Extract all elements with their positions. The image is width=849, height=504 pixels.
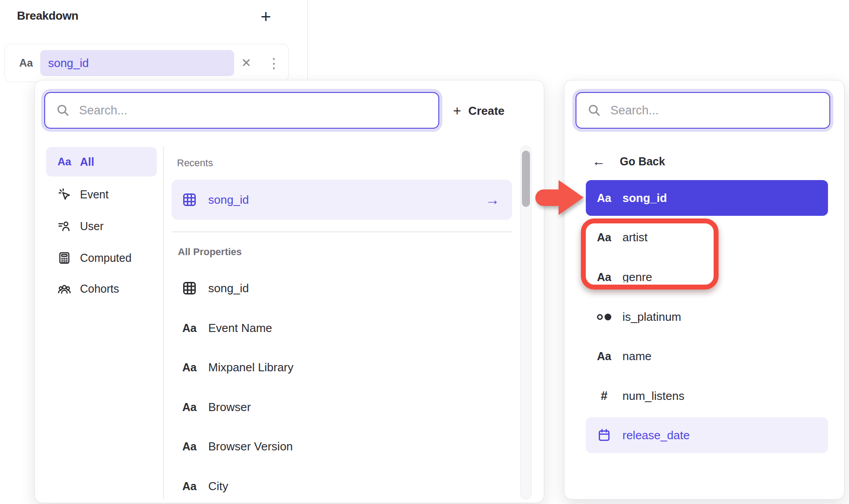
item-is-platinum[interactable]: is_platinum xyxy=(586,299,828,335)
right-search-box xyxy=(576,92,830,129)
property-browser[interactable]: Aa Browser xyxy=(172,387,512,427)
category-event[interactable]: Event xyxy=(46,180,157,209)
item-name[interactable]: Aa name xyxy=(586,338,828,374)
property-browser-version[interactable]: Aa Browser Version xyxy=(172,427,512,466)
text-type-icon: Aa xyxy=(596,231,613,244)
add-breakdown-button[interactable]: + xyxy=(255,4,277,29)
left-search-input[interactable] xyxy=(79,104,428,118)
scrollbar-track[interactable] xyxy=(520,146,532,500)
text-type-icon: Aa xyxy=(181,440,198,453)
text-type-icon: Aa xyxy=(19,57,33,69)
text-type-icon: Aa xyxy=(181,480,198,493)
category-all[interactable]: Aa All xyxy=(46,147,157,176)
property-picker-panel: + Create Aa All Event User xyxy=(34,80,544,503)
text-type-icon: Aa xyxy=(596,350,613,363)
grid-table-icon xyxy=(181,280,198,296)
grid-table-icon xyxy=(181,192,198,208)
kebab-menu-icon[interactable]: ⋮ xyxy=(264,44,284,82)
list-divider xyxy=(172,231,512,232)
breakdown-chip-card: Aa song_id ✕ ⋮ xyxy=(4,44,289,82)
scrollbar-thumb[interactable] xyxy=(522,151,530,207)
text-type-icon: Aa xyxy=(596,271,613,284)
item-release-date[interactable]: release_date xyxy=(586,417,828,453)
event-cursor-icon xyxy=(55,187,74,202)
user-profile-icon xyxy=(55,219,74,233)
arrow-left-icon: ← xyxy=(592,155,605,168)
property-song-id[interactable]: song_id xyxy=(172,269,512,308)
category-cohorts[interactable]: Cohorts xyxy=(46,274,157,303)
boolean-type-icon xyxy=(596,314,613,320)
text-type-icon: Aa xyxy=(596,192,613,205)
people-group-icon xyxy=(55,281,74,296)
recents-section-label: Recents xyxy=(177,157,213,169)
left-search-box xyxy=(44,92,439,129)
breakdown-title: Breakdown xyxy=(17,9,78,23)
background-divider xyxy=(307,0,308,80)
item-artist[interactable]: Aa artist xyxy=(586,219,828,255)
item-genre[interactable]: Aa genre xyxy=(586,259,828,295)
breakdown-chip[interactable]: song_id xyxy=(40,50,234,76)
property-city[interactable]: Aa City xyxy=(172,466,512,504)
text-type-icon: Aa xyxy=(181,401,198,414)
search-icon xyxy=(56,103,70,118)
all-properties-section-label: All Properties xyxy=(178,246,242,258)
property-mixpanel-library[interactable]: Aa Mixpanel Library xyxy=(172,348,512,387)
breakdown-chip-value: song_id xyxy=(48,56,89,70)
plus-icon: + xyxy=(453,104,461,118)
category-computed[interactable]: Computed xyxy=(46,243,157,273)
category-user[interactable]: User xyxy=(46,211,157,241)
property-values-panel: ← Go Back Aa song_id Aa artist Aa genre … xyxy=(564,80,845,500)
create-button[interactable]: + Create xyxy=(453,101,504,121)
number-type-icon: # xyxy=(596,389,613,403)
recent-property-song-id[interactable]: song_id → xyxy=(172,180,512,220)
go-back-button[interactable]: ← Go Back xyxy=(592,151,665,172)
right-search-input[interactable] xyxy=(610,104,819,118)
item-song-id[interactable]: Aa song_id xyxy=(586,180,828,216)
property-event-name[interactable]: Aa Event Name xyxy=(172,308,512,348)
sidebar-divider xyxy=(163,147,164,499)
calculator-icon xyxy=(55,251,74,265)
item-num-listens[interactable]: # num_listens xyxy=(586,378,828,414)
text-type-icon: Aa xyxy=(181,361,198,374)
close-icon[interactable]: ✕ xyxy=(236,44,256,82)
search-icon xyxy=(587,103,601,118)
arrow-right-icon: → xyxy=(485,192,500,208)
text-type-icon: Aa xyxy=(181,322,198,335)
calendar-icon xyxy=(596,428,613,442)
text-type-icon: Aa xyxy=(55,155,74,168)
